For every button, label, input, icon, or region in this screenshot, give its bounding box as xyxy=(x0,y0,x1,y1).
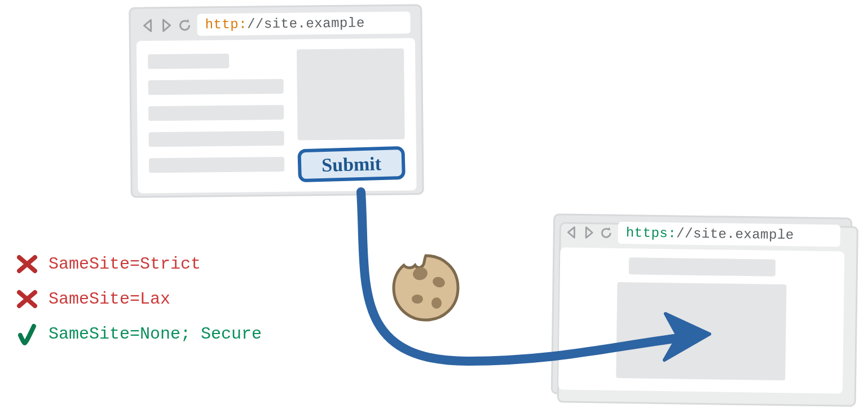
forward-icon xyxy=(582,226,596,239)
samesite-rules-list: SameSite=Strict SameSite=Lax SameSite=No… xyxy=(17,254,262,344)
address-bar: http://site.example xyxy=(197,12,410,36)
side-column: Submit xyxy=(297,49,405,182)
content-line xyxy=(148,79,284,95)
rule-strict: SameSite=Strict xyxy=(17,254,262,274)
cross-icon xyxy=(17,289,37,309)
image-placeholder xyxy=(297,49,405,141)
rule-label: SameSite=None; Secure xyxy=(49,324,262,344)
content-line xyxy=(148,105,284,121)
cross-icon xyxy=(17,254,37,274)
submit-button[interactable]: Submit xyxy=(297,146,406,183)
back-icon xyxy=(140,18,155,33)
source-browser-window: http://site.example Submit xyxy=(129,4,424,198)
rule-label: SameSite=Strict xyxy=(49,255,201,274)
nav-buttons xyxy=(140,17,192,33)
check-icon xyxy=(17,324,37,344)
content-line xyxy=(148,54,229,69)
browser-chrome: https://site.example xyxy=(554,215,851,251)
nav-buttons xyxy=(565,225,614,240)
rule-lax: SameSite=Lax xyxy=(17,289,262,309)
url-host: //site.example xyxy=(676,226,794,243)
rule-label: SameSite=Lax xyxy=(49,289,170,309)
svg-point-3 xyxy=(431,297,442,309)
content-line xyxy=(149,131,284,147)
url-scheme: https: xyxy=(626,225,677,241)
browser-chrome: http://site.example xyxy=(130,6,421,41)
cookie-icon xyxy=(389,251,462,324)
back-icon xyxy=(565,225,579,239)
destination-browser-window: https://site.example xyxy=(551,213,852,398)
url-scheme: http: xyxy=(205,17,247,33)
page-content xyxy=(558,247,844,393)
title-placeholder xyxy=(629,257,776,277)
reload-icon xyxy=(599,225,614,240)
page-content: Submit xyxy=(136,38,417,193)
address-bar: https://site.example xyxy=(618,222,841,247)
content-lines xyxy=(148,50,284,183)
url-host: //site.example xyxy=(247,15,365,32)
reload-icon xyxy=(177,17,192,33)
content-placeholder xyxy=(616,282,786,380)
rule-none-secure: SameSite=None; Secure xyxy=(17,324,262,344)
forward-icon xyxy=(158,17,173,32)
svg-point-2 xyxy=(412,295,423,304)
content-line xyxy=(149,157,284,173)
